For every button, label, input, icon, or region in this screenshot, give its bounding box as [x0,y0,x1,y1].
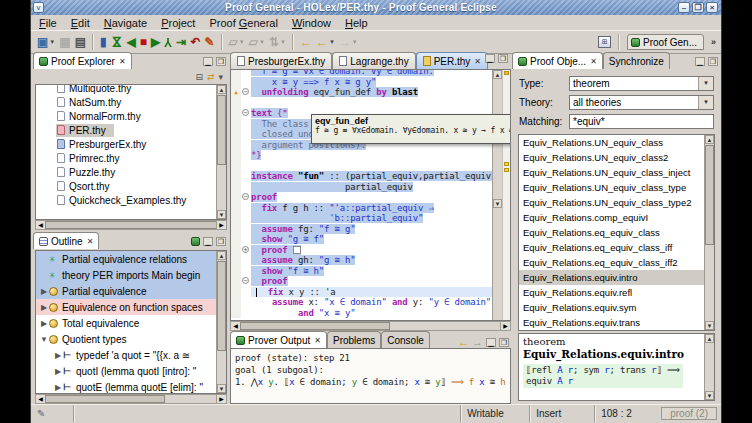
fast-view-icon[interactable]: ✎ [37,408,45,419]
theorem-list-item[interactable]: Equiv_Relations.comp_equivI [519,210,704,225]
maximize-view-icon[interactable]: ❐ [499,338,509,347]
outline-item[interactable]: ▶Equivalence on function spaces [36,299,216,315]
scroll-down-icon[interactable]: ▼ [217,210,226,219]
dropdown-arrow-icon[interactable]: ▼ [280,33,286,51]
scrollbar-thumb[interactable] [240,322,390,330]
file-tree-item[interactable]: NormalForm.thy [36,109,216,123]
menu-window[interactable]: Window [292,17,331,29]
maximize-view-icon[interactable]: ❐ [708,57,718,66]
scrollbar-thumb[interactable] [217,261,226,351]
dropdown-arrow-icon[interactable]: ▼ [239,33,245,51]
menu-navigate[interactable]: Navigate [104,17,147,29]
editor-tab-presburgerex-thy[interactable]: PresburgerEx.thy [230,52,332,69]
outline-item[interactable]: ▶Partial equivalence [36,283,216,299]
maximize-view-icon[interactable]: ❐ [216,57,226,66]
chevron-right-icon[interactable]: ▶ [53,383,63,392]
scroll-up-icon[interactable]: ▲ [493,70,502,79]
chevron-down-icon[interactable]: ▼ [698,77,713,90]
perspective-overflow-chevron[interactable]: » [711,37,716,47]
outline-item[interactable]: ▶⊢typedef 'a quot = "{{x. a ≅ [36,347,216,363]
scripting-pen-icon[interactable]: ✎ [202,33,216,51]
explorer-vertical-scrollbar[interactable]: ▲ ▼ [216,85,226,219]
menu-edit[interactable]: Edit [71,17,90,29]
annotation-mark[interactable] [504,162,509,166]
file-tree-item[interactable]: PER.thy [36,123,216,137]
theorem-list-item[interactable]: Equiv_Relations.equiv.intro [519,270,704,285]
perspective-proof-general-button[interactable]: Proof Gen... [627,34,704,50]
dropdown-arrow-icon[interactable]: ▼ [259,33,265,51]
theorem-list-item[interactable]: Equiv_Relations.eq_equiv_class_iff [519,240,704,255]
fold-collapse-icon[interactable]: − [241,108,251,119]
outline-item[interactable]: ▶Total equivalence [36,315,216,331]
outline-item[interactable]: ▼Quotient types [36,331,216,347]
tab-console[interactable]: Console [381,331,430,348]
theorem-list-item[interactable]: Equiv_Relations.UN_equiv_class_inject [519,165,704,180]
explorer-horizontal-scrollbar[interactable]: ◀ ▶ [35,220,227,230]
type-select[interactable]: theorem ▼ [569,76,714,91]
scrollbar-thumb[interactable] [217,95,226,165]
collapse-all-icon[interactable]: ⊟ [195,72,203,82]
minimize-view-icon[interactable]: ▁ [203,57,213,66]
theorem-list-item[interactable]: Equiv_Relations.UN_equiv_class2 [519,150,704,165]
focus-view-icon[interactable] [191,237,200,246]
outline-item[interactable]: ✳Partial equivalence relations [36,251,216,267]
chevron-right-icon[interactable]: ▶ [39,319,49,328]
editor-tab-per-thy[interactable]: PER.thy✕ [416,52,488,69]
restart-icon[interactable]: ⋈ [109,33,125,51]
theorem-list[interactable]: Equiv_Relations.UN_equiv_classEquiv_Rela… [519,135,704,330]
outline-vertical-scrollbar[interactable]: ▲ ▼ [216,251,226,393]
theorem-list-item[interactable]: Equiv_Relations.UN_equiv_class_type2 [519,195,704,210]
scroll-down-icon[interactable]: ▼ [705,321,714,330]
theorem-list-scrollbar[interactable]: ▲ ▼ [704,135,714,330]
close-icon[interactable]: ✕ [87,237,94,246]
scroll-up-icon[interactable]: ▲ [705,334,714,343]
minimize-view-icon[interactable]: ▁ [695,57,705,66]
scroll-up-icon[interactable]: ▲ [705,135,714,144]
file-tree[interactable]: Multiquote.thyNatSum.thyNormalForm.thyPE… [36,85,216,219]
theorem-list-item[interactable]: Equiv_Relations.equiv.refl [519,285,704,300]
view-menu-icon[interactable]: ▾ [218,72,223,82]
scroll-up-icon[interactable]: ▲ [217,85,226,94]
undo-step-icon[interactable]: ◀ [125,33,138,51]
new-wizard-icon[interactable]: ▣▼ [35,33,57,51]
outline-tree[interactable]: ✳Partial equivalence relations✳theory PE… [36,251,216,393]
detail-scrollbar[interactable]: ▲ ▼ [704,334,714,400]
scroll-up-icon[interactable]: ▲ [217,251,226,260]
editor-tab-lagrange-thy[interactable]: Lagrange.thy [332,52,415,69]
chevron-down-icon[interactable]: ▼ [698,96,713,109]
fold-collapse-icon[interactable]: − [241,276,251,287]
tab-outline[interactable]: Outline ✕ [33,232,99,249]
file-tree-item[interactable]: Qsort.thy [36,179,216,193]
outline-item[interactable]: ✳theory PER imports Main begin [36,267,216,283]
back-icon[interactable]: ← [298,33,314,51]
link-with-editor-icon[interactable]: ⇄ [207,72,215,82]
maximize-view-icon[interactable]: ❐ [216,237,226,246]
menu-help[interactable]: Help [345,17,368,29]
menu-proof-general[interactable]: Proof General [209,17,278,29]
chevron-right-icon[interactable]: ▶ [39,303,49,312]
theorem-list-item[interactable]: Equiv_Relations.UN_equiv_class_type [519,180,704,195]
dropdown-arrow-icon[interactable]: ▼ [352,33,358,51]
scroll-right-icon[interactable]: ▶ [500,322,510,330]
next-step-icon[interactable]: ▶ [149,33,162,51]
outline-horizontal-scrollbar[interactable]: ◀ ▶ [35,394,227,404]
tab-synchronize[interactable]: Synchronize [603,52,670,69]
close-icon[interactable]: ✕ [590,57,597,66]
theory-select[interactable]: all theories ▼ [569,95,714,110]
editor-text-area[interactable]: f ≅ g ≡ ∀x ∈ domain. ∀y ∈ domain. x ≅ y … [231,70,492,320]
tab-prover-output[interactable]: Prover Output✕ [230,331,327,348]
close-icon[interactable]: ✕ [474,57,481,66]
chevron-down-icon[interactable]: ▼ [39,335,49,344]
tab-problems[interactable]: Problems [327,331,381,348]
file-tree-item[interactable]: Quickcheck_Examples.thy [36,193,216,207]
dropdown-arrow-icon[interactable]: ▼ [49,33,55,51]
scrollbar-thumb[interactable] [705,145,714,245]
open-perspective-icon[interactable]: ⊞ [598,36,611,48]
overview-ruler[interactable] [502,70,510,320]
minimize-view-icon[interactable]: ▁ [203,237,213,246]
maximize-button[interactable]: ❐ [692,2,704,13]
theorem-list-item[interactable]: Equiv_Relations.eq_equiv_class_iff2 [519,255,704,270]
editor-vertical-scrollbar[interactable]: ▲ ▼ [492,70,502,320]
chevron-right-icon[interactable]: ▶ [53,351,63,360]
warning-mark[interactable] [504,71,509,75]
